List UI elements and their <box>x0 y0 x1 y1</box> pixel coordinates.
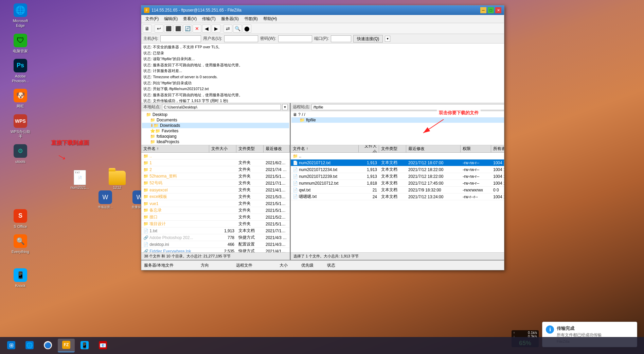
toolbar-refresh[interactable]: 🔄 <box>183 24 192 33</box>
local-panel-header: 本地站点: ▼ <box>141 103 290 111</box>
remote-col-date[interactable]: 最近修改 <box>406 145 461 152</box>
tree-item-fotiaoqiang[interactable]: 📁 fotiaoqiang <box>142 134 289 139</box>
desktop-icon-photoshop[interactable]: Ps AdobePhotosh... <box>7 57 34 86</box>
table-row[interactable]: 📁 项目设计 文件夹 2021/5/12 14:50:... <box>141 221 290 227</box>
table-row[interactable]: 📁 vue1 文件夹 2021/5/10 17:17:... <box>141 200 290 207</box>
queue-direction: 方向 <box>201 263 209 268</box>
col-date-header[interactable]: 最近修改 <box>264 145 290 152</box>
local-tree[interactable]: 📁 Desktop 📁 Documents ⬇📁 Downloads ⭐📁 Fa… <box>141 111 290 145</box>
remote-statusbar: 选择了 1 个文件。大小总共: 1,913 字节 <box>291 252 504 260</box>
menu-transfer[interactable]: 传输(T) <box>199 15 218 22</box>
toolbar-btn5[interactable]: ▶ <box>212 24 220 33</box>
table-row[interactable]: 📄 desktop.ini 466 配置设置 2021/4/30 16:24:.… <box>141 241 290 248</box>
local-file-list-body[interactable]: 📁 .. 📁 1 文件夹 2021/6/23 19:35:... <box>141 153 290 252</box>
tree-item-ftpfile[interactable]: 📁 ftpfile <box>291 117 504 123</box>
pass-input[interactable] <box>278 35 312 42</box>
table-row[interactable]: 📄 num20210712239.txt 1,913 文本文档 2021/7/1… <box>291 173 504 180</box>
table-row-fiddler[interactable]: 🔗 Fiddler Everywhere.lnk 2,535 快捷方式 2021… <box>141 248 290 252</box>
toolbar-btn4[interactable]: ◀ <box>202 24 211 33</box>
remote-col-size[interactable]: 文件大小 <box>359 145 379 152</box>
toolbar-sync[interactable]: ⇄ <box>223 24 232 33</box>
table-row[interactable]: 📁 1 文件夹 2021/6/23 19:35:... <box>141 159 290 166</box>
desktop-icon-area: 🌐 MicrosoftEdge 🛡 电脑管家 Ps AdobePhotosh..… <box>0 0 41 354</box>
col-name-header[interactable]: 文件名 ↑ <box>141 145 209 152</box>
shortcut-word1[interactable]: W 市场运营... <box>92 188 119 212</box>
host-input[interactable] <box>160 35 201 42</box>
toolbar-btn1[interactable]: ↩ <box>155 24 163 33</box>
port-input[interactable] <box>331 35 351 42</box>
remote-file-list-body[interactable]: 📁 .. 📄 num20210712.txt 1,913 文本文档 2021/7… <box>291 153 504 252</box>
remote-col-perm[interactable]: 权限 <box>461 145 491 152</box>
toolbar-compare[interactable]: ⬤ <box>243 24 251 33</box>
desktop-icon-utools[interactable]: ⚙ utools <box>7 142 34 166</box>
desktop-icon-wangwang[interactable]: 🐶 网旺 <box>7 87 34 111</box>
menu-help[interactable]: 帮助(H) <box>261 15 280 22</box>
menu-server[interactable]: 服务器(S) <box>218 15 242 22</box>
minimize-button[interactable]: ─ <box>480 7 486 13</box>
close-button[interactable]: ✕ <box>495 7 501 13</box>
menu-file[interactable]: 文件(F) <box>143 15 161 22</box>
quick-connect-dropdown[interactable]: ▼ <box>385 36 390 42</box>
desktop-icon-knock[interactable]: 📱 Knock <box>7 266 34 290</box>
table-row[interactable]: 📄 numnum20210712.txt 1,818 文本文档 2021/7/1… <box>291 180 504 187</box>
table-row[interactable]: 📁 备忘录 文件夹 2021/5/12 15:09:... <box>141 207 290 214</box>
desktop-icon-guardian[interactable]: 🛡 电脑管家 <box>7 32 34 55</box>
table-row[interactable]: 📁 easyexcel 文件夹 2021/4/13 13:57:... <box>141 187 290 193</box>
taskbar-mail[interactable]: 📧 <box>94 339 111 352</box>
menu-edit[interactable]: 编辑(E) <box>161 15 180 22</box>
toolbar-search[interactable]: 🔍 <box>233 24 242 33</box>
tree-item-desktop[interactable]: 📁 Desktop <box>142 112 289 117</box>
table-row[interactable]: 📄 num20210712234.txt 1,913 文本文档 2021/7/1… <box>291 166 504 173</box>
toolbar: 🖥 ↩ ⬛ ⬛ 🔄 ✕ ◀ ▶ ⇄ 🔍 ⬤ <box>141 23 504 34</box>
local-path-input[interactable] <box>162 104 281 110</box>
taskbar-knock[interactable]: 📱 <box>76 339 93 352</box>
remote-annotation: 双击你要下载的文件 <box>437 109 481 117</box>
local-panel-label: 本地站点: <box>143 104 161 110</box>
tree-item-documents[interactable]: 📁 Documents <box>142 117 289 123</box>
col-type-header[interactable]: 文件类型 <box>236 145 264 152</box>
quick-connect-button[interactable]: 快速连接(Q) <box>353 35 383 43</box>
table-row[interactable]: 📁 2 文件夹 2021/7/4 17:17:22 <box>141 166 290 173</box>
desktop-icon-wps[interactable]: WPS WPS办公助手 <box>7 112 34 141</box>
table-row[interactable]: 📄 嗯嗯嗯.txt 24 文本文档 2021/7/12 13:24:00 -rw… <box>291 193 504 200</box>
table-row[interactable]: 🔗 Adobe Photoshop 202... 778 快捷方式 2021/4… <box>141 234 290 241</box>
remote-col-type[interactable]: 文件类型 <box>379 145 406 152</box>
remote-col-owner[interactable]: 所有者/组 <box>491 145 504 152</box>
tree-item-idea[interactable]: 📁 IdeaProjects <box>142 139 289 145</box>
col-size-header[interactable]: 文件大小 <box>209 145 236 152</box>
table-row[interactable]: 📁 52haoma_资料 文件夹 2021/5/15 15:44:... <box>141 173 290 180</box>
maximize-button[interactable]: □ <box>488 7 494 13</box>
table-row[interactable]: 📄 qwl.txt 21 文本文档 2021/7/9 18:32:00 -rwx… <box>291 187 504 193</box>
desktop-icon-edge[interactable]: 🌐 MicrosoftEdge <box>7 1 34 30</box>
toolbar-cancel[interactable]: ✕ <box>193 24 201 33</box>
table-row[interactable]: 📁 excel模板 文件夹 2021/5/31 15:22:... <box>141 193 290 200</box>
user-input[interactable] <box>224 35 258 42</box>
local-path-dropdown[interactable]: ▼ <box>282 104 288 110</box>
local-statusbar: 38 个文件 和 10 个目录。大小总计: 21,277,195 字节 <box>141 252 290 260</box>
taskbar-start[interactable]: ⊞ <box>3 339 20 352</box>
taskbar-edge[interactable]: 🌐 <box>21 339 38 352</box>
log-line-7: 状态: 开始下载 /ftpfile/num20210712.txt <box>143 86 502 92</box>
table-row[interactable]: 📁 .. <box>291 153 504 159</box>
desktop-file-num2021[interactable]: TXT 📄 num2021... <box>66 168 93 192</box>
toolbar-open-manager[interactable]: 🖥 <box>143 24 151 33</box>
table-row[interactable]: 📄 1.txt 1,913 文本文档 2021/7/12 18:10:... <box>141 227 290 234</box>
table-row[interactable]: 📁 52号码 文件夹 2021/7/14 17:34:... <box>141 180 290 187</box>
table-row[interactable]: 📁 接口 文件夹 2021/5/28 15:08:... <box>141 214 290 221</box>
desktop-icon-everything[interactable]: 🔍 Everything <box>7 232 34 256</box>
menu-view[interactable]: 查看(V) <box>180 15 199 22</box>
taskbar-filezilla[interactable]: FZ <box>58 339 75 352</box>
table-row[interactable]: 📁 .. <box>141 153 290 159</box>
local-panel: 本地站点: ▼ 📁 Desktop 📁 Documents <box>141 103 291 260</box>
toolbar-btn3[interactable]: ⬛ <box>174 24 182 33</box>
taskbar: ⊞ 🌐 🔵 FZ 📱 📧 <box>0 337 644 354</box>
taskbar-chrome[interactable]: 🔵 <box>39 339 56 352</box>
table-row-num20210712[interactable]: 📄 num20210712.txt 1,913 文本文档 2021/7/12 1… <box>291 159 504 166</box>
toolbar-btn2[interactable]: ⬛ <box>164 24 173 33</box>
tree-item-favorites[interactable]: ⭐📁 Favorites <box>142 128 289 134</box>
desktop-icon-s-office[interactable]: S S Office <box>7 207 34 231</box>
tree-item-downloads[interactable]: ⬇📁 Downloads <box>142 123 289 128</box>
menu-bookmark[interactable]: 书签(B) <box>242 15 261 22</box>
port-label: 端口(P): <box>314 36 329 41</box>
remote-col-name[interactable]: 文件名 ↑ <box>291 145 359 152</box>
